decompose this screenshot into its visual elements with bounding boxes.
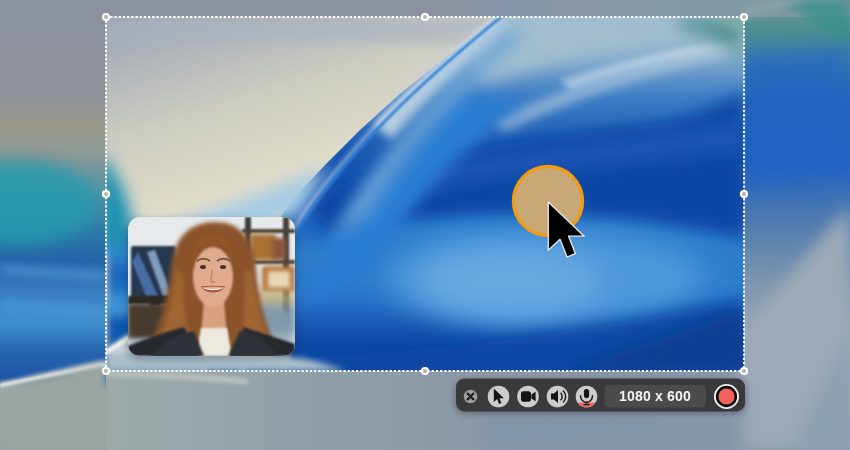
svg-text:1080 x 600: 1080 x 600 xyxy=(619,388,691,404)
